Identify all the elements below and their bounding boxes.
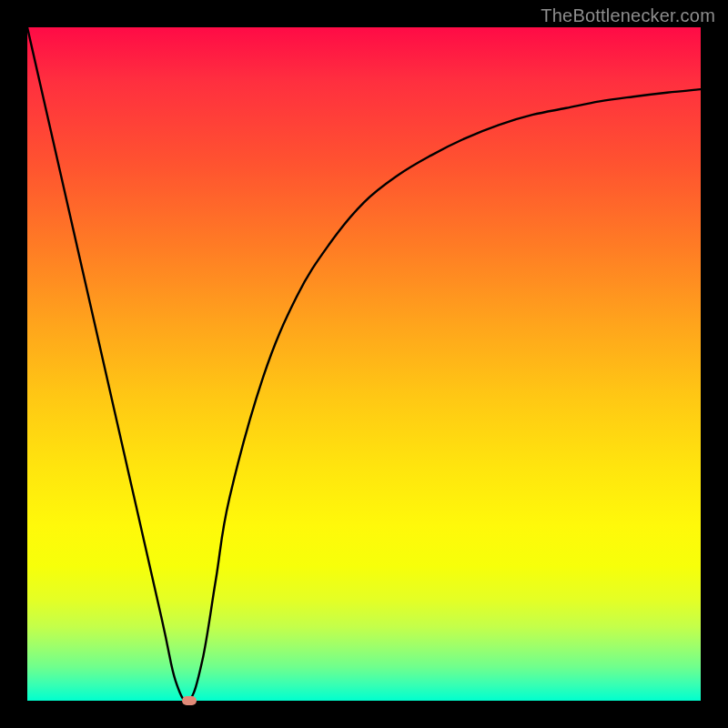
chart-frame: TheBottlenecker.com xyxy=(0,0,728,728)
plot-area xyxy=(27,27,701,701)
minimum-marker xyxy=(182,696,197,705)
watermark-text: TheBottlenecker.com xyxy=(541,5,715,26)
bottleneck-curve xyxy=(27,27,701,701)
